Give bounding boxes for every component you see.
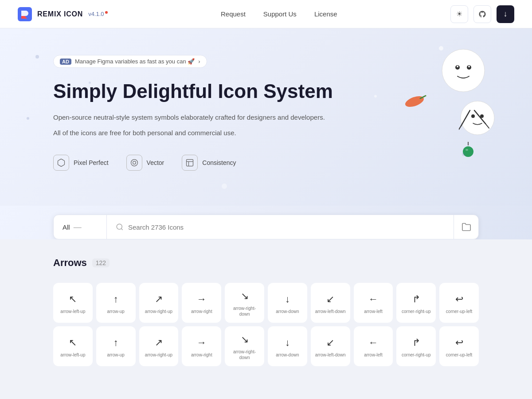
icon-label: corner-up-left [446, 309, 472, 314]
theme-toggle-button[interactable]: ☀ [450, 5, 468, 23]
snowball-main [439, 46, 488, 95]
svg-point-2 [133, 161, 136, 164]
svg-point-18 [466, 149, 468, 151]
header: REMIX ICON v4.1.0 Request Support Us Lic… [0, 0, 532, 28]
icon-label: corner-up-left [446, 352, 472, 358]
icon-card[interactable]: ↱corner-right-up [396, 326, 436, 366]
icon-card[interactable]: ↩corner-up-left [439, 283, 479, 323]
svg-line-19 [461, 110, 470, 126]
hero-title: Simply Delightful Icon System [53, 80, 355, 103]
svg-rect-3 [187, 159, 193, 166]
icon-card[interactable]: ↑arrow-up [96, 326, 136, 366]
icon-card[interactable]: ↱corner-right-up [396, 283, 436, 323]
svg-point-9 [457, 66, 458, 67]
icon-card[interactable]: ↖arrow-left-up [53, 283, 93, 323]
hero-features: Pixel Perfect Vector [53, 155, 355, 171]
icon-symbol: ↑ [113, 337, 118, 348]
icon-card[interactable]: →arrow-right [182, 283, 221, 323]
svg-point-6 [442, 49, 485, 92]
ad-arrow-icon: › [198, 58, 200, 65]
search-input[interactable] [128, 223, 445, 231]
icon-label: arrow-right-up [145, 352, 172, 358]
ad-text: Manage Figma variables as fast as you ca… [75, 58, 195, 65]
folder-button[interactable] [454, 215, 478, 239]
category-selector[interactable]: All — [54, 215, 107, 239]
icon-card[interactable]: ←arrow-left [354, 283, 393, 323]
ad-banner[interactable]: AD Manage Figma variables as fast as you… [53, 55, 207, 68]
icon-card[interactable]: ↓arrow-down [268, 283, 307, 323]
icon-card[interactable]: ↗arrow-right-up [139, 326, 179, 366]
icon-card[interactable]: ←arrow-left [354, 326, 393, 366]
vector-icon [126, 155, 142, 171]
icon-card[interactable]: ↑arrow-up [96, 283, 136, 323]
pixel-perfect-icon [53, 155, 69, 171]
svg-line-21 [459, 126, 461, 129]
feature-vector: Vector [126, 155, 164, 171]
logo-text: REMIX ICON [37, 10, 83, 18]
snowball-legs [459, 108, 494, 130]
nav-support[interactable]: Support Us [263, 10, 297, 18]
icon-card[interactable]: ↩corner-up-left [439, 326, 479, 366]
icon-symbol: → [197, 293, 207, 305]
icon-label: arrow-right-down [229, 349, 260, 360]
icons-grid-row1: ↖arrow-left-up↑arrow-up↗arrow-right-up→a… [53, 283, 479, 323]
hero-desc-2: All of the icons are free for both perso… [53, 127, 355, 139]
remix-icon-logo [18, 7, 32, 21]
download-button[interactable]: ↓ [497, 5, 514, 23]
nav-request[interactable]: Request [221, 10, 246, 18]
icon-symbol: ↘ [241, 290, 249, 302]
icon-card[interactable]: ↙arrow-left-down [311, 283, 350, 323]
icon-symbol: ↘ [241, 334, 249, 345]
icon-symbol: ↖ [69, 293, 77, 305]
category-label: All [63, 223, 70, 231]
icon-card[interactable]: ↘arrow-right-down [225, 326, 264, 366]
section-title: Arrows [53, 257, 87, 269]
icon-label: corner-right-up [402, 352, 431, 358]
svg-point-10 [468, 66, 470, 67]
icon-label: arrow-down [276, 352, 299, 358]
icon-symbol: ↩ [455, 293, 463, 305]
icon-card[interactable]: ↘arrow-right-down [225, 283, 264, 323]
feature-vector-label: Vector [147, 159, 164, 166]
icon-symbol: → [197, 337, 207, 348]
icon-card[interactable]: ↓arrow-down [268, 326, 307, 366]
icon-symbol: ↩ [455, 337, 463, 348]
search-section: All — [0, 206, 532, 239]
svg-point-17 [463, 146, 473, 157]
feature-pixel-perfect: Pixel Perfect [53, 155, 109, 171]
feature-pixel-perfect-label: Pixel Perfect [74, 159, 109, 166]
icon-card[interactable]: →arrow-right [182, 326, 221, 366]
icon-symbol: ↱ [412, 337, 420, 348]
icon-symbol: ↙ [326, 293, 334, 305]
search-input-wrapper [107, 223, 454, 231]
version-badge: v4.1.0 [88, 11, 107, 17]
icon-label: arrow-left [364, 352, 383, 358]
icon-card[interactable]: ↙arrow-left-down [311, 326, 350, 366]
icon-label: arrow-right-up [145, 309, 172, 314]
icon-card[interactable]: ↗arrow-right-up [139, 283, 179, 323]
header-nav: Request Support Us License [221, 10, 337, 18]
icon-label: arrow-left-up [60, 352, 85, 358]
nav-license[interactable]: License [314, 10, 337, 18]
folder-icon [462, 222, 471, 232]
hero-desc-1: Open-source neutral-style system symbols… [53, 112, 355, 123]
ad-tag: AD [60, 59, 71, 65]
icon-label: arrow-left-down [315, 352, 346, 358]
hero-content: AD Manage Figma variables as fast as you… [53, 55, 355, 171]
svg-line-20 [474, 110, 485, 124]
icon-label: arrow-up [107, 309, 124, 314]
icon-label: arrow-left-down [315, 309, 346, 314]
icon-symbol: ↗ [155, 337, 163, 348]
icon-card[interactable]: ↖arrow-left-up [53, 326, 93, 366]
icon-symbol: ↗ [155, 293, 163, 305]
section-count: 122 [92, 258, 110, 267]
icon-label: arrow-left-up [60, 309, 85, 314]
icon-symbol: ↱ [412, 293, 420, 305]
theme-icon: ☀ [456, 10, 462, 18]
search-bar: All — [53, 215, 479, 239]
icon-symbol: ↑ [113, 293, 118, 305]
icon-label: corner-right-up [402, 309, 431, 314]
github-button[interactable] [473, 5, 491, 23]
hero-section: AD Manage Figma variables as fast as you… [0, 28, 532, 206]
icon-symbol: ↓ [285, 293, 290, 305]
